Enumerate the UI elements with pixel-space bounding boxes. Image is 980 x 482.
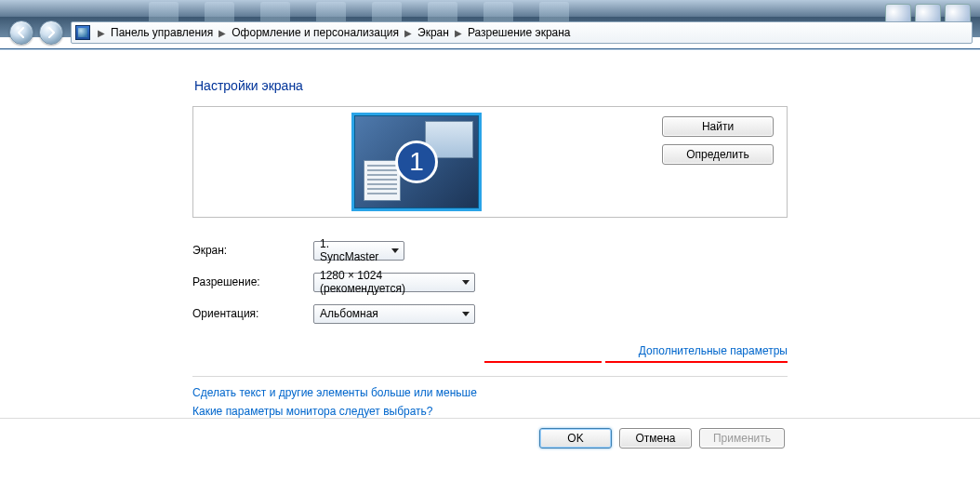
resolution-label: Разрешение: (192, 275, 313, 288)
control-panel-icon (75, 25, 90, 40)
section-separator (192, 376, 788, 377)
monitor-preview-box: 1 Найти Определить (192, 106, 788, 218)
address-bar-row: ▶ Панель управления ▶ Оформление и персо… (0, 17, 980, 48)
page-title: Настройки экрана (194, 78, 788, 93)
nav-forward-button[interactable] (39, 20, 63, 45)
identify-button[interactable]: Определить (662, 144, 774, 165)
settings-form: Экран: 1. SyncMaster Разрешение: 1280 × … (192, 234, 788, 329)
breadcrumb-sep-icon: ▶ (453, 28, 464, 38)
advanced-row: Дополнительные параметры (192, 344, 788, 363)
monitor-number-badge: 1 (395, 141, 438, 183)
cancel-button[interactable]: Отмена (619, 428, 692, 449)
breadcrumb-appearance[interactable]: Оформление и персонализация (228, 26, 403, 39)
display-select[interactable]: 1. SyncMaster (313, 241, 404, 261)
annotation-underline (484, 361, 602, 363)
breadcrumb-resolution[interactable]: Разрешение экрана (464, 26, 575, 39)
advanced-settings-link[interactable]: Дополнительные параметры (639, 344, 788, 357)
display-label: Экран: (192, 244, 313, 257)
help-links: Сделать текст и другие элементы больше и… (192, 386, 788, 418)
detect-button[interactable]: Найти (662, 116, 774, 137)
header-separator (0, 48, 980, 49)
resolution-select[interactable]: 1280 × 1024 (рекомендуется) (313, 273, 475, 292)
breadcrumb-sep-icon: ▶ (217, 28, 228, 38)
resize-text-link[interactable]: Сделать текст и другие элементы больше и… (192, 386, 788, 399)
footer-buttons: OK Отмена Применить (539, 428, 785, 449)
ok-button[interactable]: OK (539, 428, 612, 449)
footer-separator (0, 418, 980, 419)
breadcrumb-sep-icon: ▶ (403, 28, 414, 38)
which-settings-link[interactable]: Какие параметры монитора следует выбрать… (192, 405, 788, 418)
monitor-thumbnail[interactable]: 1 (351, 113, 482, 211)
address-bar[interactable]: ▶ Панель управления ▶ Оформление и персо… (71, 21, 973, 44)
breadcrumb-control-panel[interactable]: Панель управления (107, 26, 217, 39)
breadcrumb-display[interactable]: Экран (414, 26, 453, 39)
breadcrumb-sep-icon: ▶ (96, 28, 107, 38)
apply-button[interactable]: Применить (699, 428, 785, 449)
annotation-underline (605, 361, 788, 363)
nav-back-button[interactable] (9, 20, 33, 45)
orientation-label: Ориентация: (192, 307, 313, 320)
orientation-select[interactable]: Альбомная (313, 304, 475, 324)
